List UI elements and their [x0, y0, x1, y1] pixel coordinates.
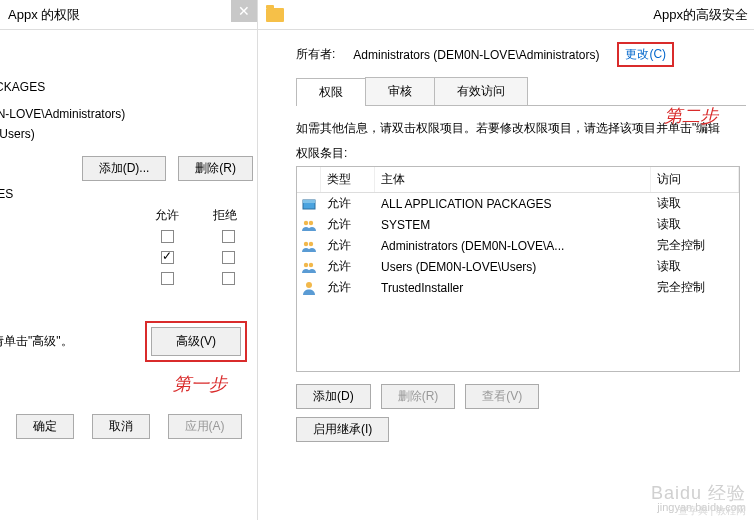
table-row[interactable]: 允许Users (DEM0N-LOVE\Users)读取	[297, 256, 739, 277]
dialog-titlebar: Appx的高级安全	[258, 0, 754, 30]
remove-button[interactable]: 删除(R)	[178, 156, 253, 181]
close-button[interactable]: ✕	[231, 0, 257, 22]
svg-point-8	[306, 282, 312, 288]
allow-header: 允许	[155, 207, 179, 224]
annotation-step2: 第二步	[664, 104, 718, 128]
tab-auditing[interactable]: 审核	[365, 77, 435, 105]
advanced-button[interactable]: 高级(V)	[151, 327, 241, 356]
svg-point-2	[304, 220, 308, 224]
principal-icon	[297, 280, 321, 296]
table-row[interactable]: 允许Administrators (DEM0N-LOVE\A...完全控制	[297, 235, 739, 256]
principal-icon	[297, 196, 321, 212]
table-row[interactable]: 允许TrustedInstaller完全控制	[297, 277, 739, 298]
owner-label: 所有者:	[296, 46, 335, 63]
col-type[interactable]: 类型	[321, 167, 375, 192]
cell-type: 允许	[321, 195, 375, 212]
table-row[interactable]: 允许ALL APPLICATION PACKAGES读取	[297, 193, 739, 214]
svg-rect-1	[303, 200, 315, 203]
add-entry-button[interactable]: 添加(D)	[296, 384, 371, 409]
cancel-button[interactable]: 取消	[92, 414, 150, 439]
svg-point-7	[309, 262, 313, 266]
user-entry[interactable]: M0N-LOVE\Administrators)	[0, 104, 257, 124]
deny-checkbox[interactable]	[222, 272, 235, 285]
deny-checkbox[interactable]	[222, 251, 235, 264]
tab-effective-access[interactable]: 有效访问	[434, 77, 528, 105]
cell-type: 允许	[321, 258, 375, 275]
table-row[interactable]: 允许SYSTEM读取	[297, 214, 739, 235]
col-blank	[297, 167, 321, 192]
close-icon: ✕	[238, 3, 250, 19]
principal-icon	[297, 238, 321, 254]
col-access[interactable]: 访问	[651, 167, 739, 192]
group-packages-label: PACKAGES	[0, 80, 257, 94]
properties-dialog: Appx 的权限 ✕ PACKAGES M0N-LOVE\Administrat…	[0, 0, 258, 520]
cell-access: 完全控制	[651, 279, 739, 296]
allow-checkbox[interactable]	[161, 230, 174, 243]
cell-principal: Administrators (DEM0N-LOVE\A...	[375, 239, 651, 253]
cell-access: 读取	[651, 258, 739, 275]
principal-icon	[297, 259, 321, 275]
permission-entries-label: 权限条目:	[296, 145, 746, 162]
cell-access: 完全控制	[651, 237, 739, 254]
cell-type: 允许	[321, 279, 375, 296]
remove-entry-button[interactable]: 删除(R)	[381, 384, 456, 409]
deny-header: 拒绝	[213, 207, 237, 224]
dialog-titlebar: Appx 的权限 ✕	[0, 0, 257, 30]
cell-access: 读取	[651, 216, 739, 233]
add-button[interactable]: 添加(D)...	[82, 156, 167, 181]
cell-type: 允许	[321, 216, 375, 233]
change-owner-link[interactable]: 更改(C)	[625, 47, 666, 61]
dialog-title: Appx 的权限	[8, 6, 80, 24]
cell-principal: Users (DEM0N-LOVE\Users)	[375, 260, 651, 274]
cell-type: 允许	[321, 237, 375, 254]
tab-permissions[interactable]: 权限	[296, 78, 366, 106]
highlight-box-step2: 更改(C)	[617, 42, 674, 67]
svg-point-6	[304, 262, 308, 266]
allow-checkbox[interactable]	[161, 251, 174, 264]
advanced-security-dialog: Appx的高级安全 所有者: Administrators (DEM0N-LOV…	[258, 0, 754, 520]
owner-value: Administrators (DEM0N-LOVE\Administrator…	[353, 48, 599, 62]
cell-principal: SYSTEM	[375, 218, 651, 232]
svg-point-3	[309, 220, 313, 224]
tab-bar: 权限 审核 有效访问	[296, 77, 746, 106]
principal-icon	[297, 217, 321, 233]
highlight-box-step1: 高级(V)	[145, 321, 247, 362]
cell-principal: TrustedInstaller	[375, 281, 651, 295]
col-principal[interactable]: 主体	[375, 167, 651, 192]
advanced-hint: ，请单击"高级"。	[0, 333, 73, 350]
svg-point-4	[304, 241, 308, 245]
group-ages-label: AGES	[0, 187, 257, 201]
folder-icon	[266, 8, 284, 22]
watermark-extra: 查字典 | 教程网	[678, 504, 746, 518]
annotation-step1: 第一步	[0, 372, 227, 396]
cell-principal: ALL APPLICATION PACKAGES	[375, 197, 651, 211]
apply-button[interactable]: 应用(A)	[168, 414, 242, 439]
svg-point-5	[309, 241, 313, 245]
deny-checkbox[interactable]	[222, 230, 235, 243]
view-entry-button[interactable]: 查看(V)	[465, 384, 539, 409]
ok-button[interactable]: 确定	[16, 414, 74, 439]
allow-checkbox[interactable]	[161, 272, 174, 285]
permission-list: 类型 主体 访问 允许ALL APPLICATION PACKAGES读取允许S…	[296, 166, 740, 372]
enable-inheritance-button[interactable]: 启用继承(I)	[296, 417, 389, 442]
cell-access: 读取	[651, 195, 739, 212]
dialog-title: Appx的高级安全	[653, 6, 748, 24]
user-entry[interactable]: VE\Users)	[0, 124, 257, 144]
